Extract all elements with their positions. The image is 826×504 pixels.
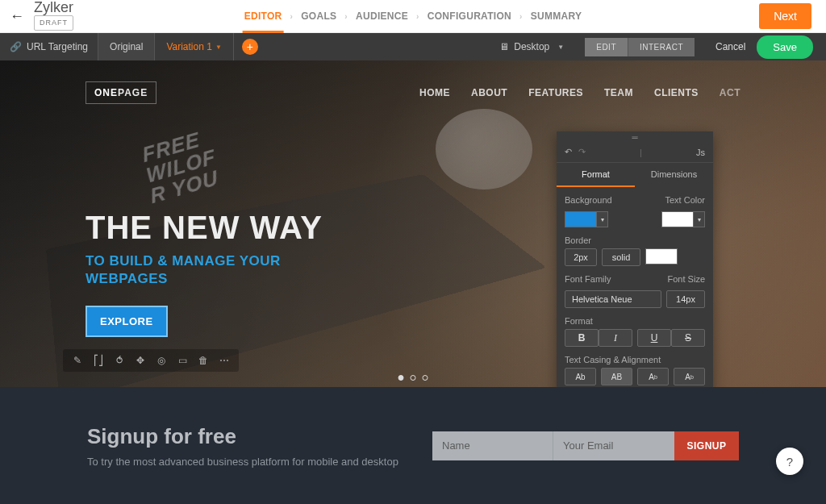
floating-toolbar: ✎ ⎡⎦ ⥀ ✥ ◎ ▭ 🗑 ⋯	[63, 349, 239, 372]
background-screen-text: FREE WILOF R YOU	[140, 125, 221, 206]
signup-title: Signup for free	[87, 424, 398, 449]
brackets-icon[interactable]: ⎡⎦	[92, 354, 105, 367]
tab-original-label: Original	[110, 41, 143, 52]
case-ab2-button[interactable]: AB	[601, 368, 632, 385]
border-width-input[interactable]: 2px	[565, 248, 597, 266]
pencil-icon[interactable]: ✎	[71, 354, 84, 367]
undo-icon[interactable]: ↶	[565, 147, 572, 157]
border-color-swatch[interactable]	[645, 248, 678, 264]
target-icon[interactable]: ◎	[155, 354, 168, 367]
border-style-input[interactable]: solid	[602, 248, 640, 266]
interact-mode-button[interactable]: INTERACT	[628, 38, 695, 56]
underline-button[interactable]: U	[637, 329, 671, 347]
signup-form: SIGNUP	[432, 431, 739, 460]
url-targeting-label: URL Targeting	[27, 41, 88, 52]
caret-down-icon: ▼	[557, 44, 564, 51]
background-label: Background	[565, 195, 612, 205]
panel-tab-format[interactable]: Format	[557, 163, 635, 187]
save-button[interactable]: Save	[757, 35, 813, 59]
breadcrumb-audience[interactable]: AUDIENCE	[356, 10, 408, 22]
breadcrumb-summary[interactable]: SUMMARY	[531, 10, 582, 22]
help-button[interactable]: ?	[776, 448, 803, 475]
device-selector[interactable]: 🖥 Desktop ▼	[488, 41, 575, 52]
chevron-right-icon: ›	[344, 12, 348, 21]
fontsize-input[interactable]: 14px	[666, 290, 705, 308]
status-badge: DRAFT	[34, 15, 73, 31]
back-arrow-icon[interactable]: ←	[0, 8, 34, 25]
textcolor-label: Text Color	[665, 195, 705, 205]
url-targeting[interactable]: 🔗 URL Targeting	[0, 41, 98, 52]
device-label: Desktop	[514, 41, 549, 52]
project-name: Zylker	[34, 2, 73, 14]
cancel-button[interactable]: Cancel	[704, 41, 757, 52]
case-ab1-button[interactable]: Ab	[565, 368, 596, 385]
project-block: Zylker DRAFT	[34, 2, 73, 31]
link-icon: 🔗	[10, 41, 22, 52]
nav-features[interactable]: FEATURES	[528, 87, 583, 98]
breadcrumb-configuration[interactable]: CONFIGURATION	[428, 10, 511, 22]
border-label: Border	[565, 235, 705, 245]
dot-3[interactable]	[423, 375, 428, 381]
background-swatch[interactable]	[565, 211, 597, 227]
link-icon[interactable]: ⥀	[113, 354, 126, 367]
chevron-right-icon: ›	[519, 12, 523, 21]
background-dropdown[interactable]: ▾	[597, 211, 608, 227]
hero-headline[interactable]: THE NEW WAY	[86, 210, 323, 246]
carousel-dots	[398, 375, 428, 381]
tab-variation[interactable]: Variation 1 ▼	[155, 33, 233, 60]
email-field[interactable]	[553, 431, 674, 460]
caret-down-icon: ▼	[215, 44, 222, 51]
hero-subhead[interactable]: TO BUILD & MANAGE YOUR WEBPAGES	[86, 252, 323, 288]
breadcrumb-editor[interactable]: EDITOR	[244, 10, 282, 22]
breadcrumb: EDITOR › GOALS › AUDIENCE › CONFIGURATIO…	[244, 10, 582, 22]
nav-home[interactable]: HOME	[419, 87, 450, 98]
dot-1[interactable]	[398, 375, 404, 381]
panel-tab-dimensions[interactable]: Dimensions	[635, 163, 713, 187]
hero: THE NEW WAY TO BUILD & MANAGE YOUR WEBPA…	[86, 210, 323, 337]
background-mug	[436, 109, 532, 190]
trash-icon[interactable]: 🗑	[197, 354, 210, 367]
case-sub-button[interactable]: Ab	[674, 368, 705, 385]
strike-button[interactable]: S	[671, 329, 705, 347]
editor-canvas[interactable]: FREE WILOF R YOU ONEPAGE HOME ABOUT FEAT…	[0, 60, 826, 387]
signup-button[interactable]: SIGNUP	[674, 431, 739, 460]
explore-button[interactable]: EXPLORE	[86, 306, 168, 337]
tab-original[interactable]: Original	[98, 33, 155, 60]
textcolor-swatch[interactable]	[661, 211, 694, 227]
drag-handle-icon[interactable]: ═	[557, 131, 713, 142]
bold-button[interactable]: B	[565, 329, 599, 347]
add-variation-button[interactable]: +	[242, 39, 258, 55]
tab-variation-label: Variation 1	[166, 41, 211, 52]
format-panel: ═ ↶ ↷ | Js Format Dimensions Background …	[557, 131, 713, 387]
fontfamily-label: Font Family	[565, 274, 611, 284]
js-button[interactable]: Js	[696, 148, 705, 157]
mode-toggle: EDIT INTERACT	[585, 38, 695, 56]
layers-icon[interactable]: ▭	[176, 354, 189, 367]
edit-mode-button[interactable]: EDIT	[585, 38, 628, 56]
italic-button[interactable]: I	[599, 329, 632, 347]
name-field[interactable]	[432, 431, 553, 460]
monitor-icon: 🖥	[499, 41, 509, 52]
move-icon[interactable]: ✥	[134, 354, 147, 367]
site-nav: ONEPAGE HOME ABOUT FEATURES TEAM CLIENTS…	[0, 81, 826, 104]
fontsize-label: Font Size	[668, 274, 705, 284]
signup-section: Signup for free To try the most advanced…	[0, 387, 826, 504]
fontfamily-input[interactable]: Helvetica Neue	[565, 290, 661, 308]
breadcrumb-goals[interactable]: GOALS	[301, 10, 336, 22]
site-logo[interactable]: ONEPAGE	[86, 81, 156, 104]
signup-subtitle: To try the most advanced business platfo…	[87, 456, 398, 468]
chevron-right-icon: ›	[290, 12, 294, 21]
case-sup-button[interactable]: Ab	[637, 368, 669, 385]
nav-team[interactable]: TEAM	[604, 87, 633, 98]
chevron-right-icon: ›	[416, 12, 419, 21]
casing-label: Text Casing & Alignment	[565, 355, 705, 364]
nav-partial[interactable]: ACT	[720, 87, 740, 98]
redo-icon[interactable]: ↷	[578, 147, 586, 157]
nav-clients[interactable]: CLIENTS	[654, 87, 699, 98]
textcolor-dropdown[interactable]: ▾	[694, 211, 705, 227]
more-icon[interactable]: ⋯	[218, 354, 231, 367]
dot-2[interactable]	[411, 375, 416, 381]
next-button[interactable]: Next	[759, 3, 811, 29]
nav-about[interactable]: ABOUT	[471, 87, 507, 98]
format-label: Format	[565, 316, 705, 326]
